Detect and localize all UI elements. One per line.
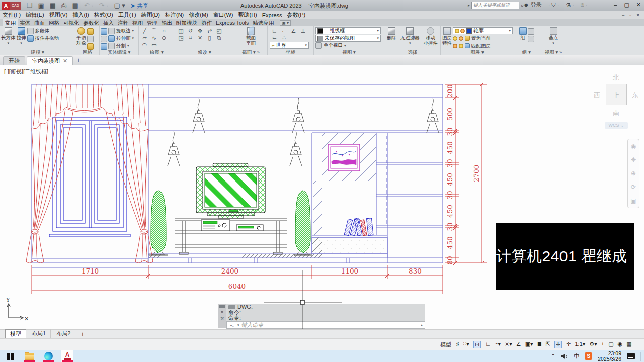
- tab-close-icon[interactable]: ✕: [63, 57, 67, 65]
- zoom-icon[interactable]: ⊕: [631, 170, 636, 177]
- ucs-tool-icon[interactable]: ∴: [279, 34, 289, 41]
- new-drawing-icon[interactable]: ▢ ▾: [114, 2, 125, 10]
- status-toggle-icon[interactable]: ⚙▾: [589, 341, 597, 348]
- search-arrow-icon[interactable]: ▸: [468, 3, 470, 8]
- close-button[interactable]: ✕: [636, 2, 641, 8]
- modify-tool-icon[interactable]: ◰: [214, 27, 224, 34]
- layout-tab[interactable]: 模型: [5, 329, 26, 339]
- modify-tool-icon[interactable]: ▯: [205, 34, 214, 41]
- autocad-logo-icon[interactable]: A CAD: [2, 2, 21, 10]
- left-speaker[interactable]: [150, 191, 167, 256]
- group-edit-icon[interactable]: [528, 36, 534, 42]
- split-button[interactable]: 分割▾: [108, 42, 134, 49]
- ungroup-icon[interactable]: [528, 28, 534, 35]
- menu-item[interactable]: 插入(I): [70, 11, 91, 19]
- status-toggle-icon[interactable]: ∠: [516, 341, 521, 348]
- autocad-taskbar-icon[interactable]: A: [61, 350, 73, 362]
- ribbon-tab[interactable]: 常用: [3, 19, 18, 26]
- new-tab-button[interactable]: +: [74, 57, 83, 65]
- menu-item[interactable]: 标注(N): [163, 11, 186, 19]
- command-window[interactable]: ✕ ⚒ DWG. 命令: 命令: ▸_ ▾ 键入命令 ▴: [218, 304, 425, 328]
- status-toggle-icon[interactable]: ▦: [626, 341, 631, 348]
- status-toggle-icon[interactable]: ◔▾: [495, 341, 501, 348]
- viewcube-top-face[interactable]: 上: [606, 84, 627, 105]
- subtract-icon[interactable]: [101, 36, 107, 42]
- status-toggle-icon[interactable]: ≣: [537, 341, 542, 348]
- extrude-button[interactable]: 拉伸▾: [17, 27, 26, 46]
- mesh-refine-icon[interactable]: [87, 36, 94, 42]
- layout-tab[interactable]: 布局2: [52, 329, 75, 339]
- layer-properties-button[interactable]: 图层特性: [442, 27, 452, 46]
- section-plane-button[interactable]: 截面平面: [246, 27, 256, 46]
- status-toggle-icon[interactable]: ◉: [618, 341, 623, 348]
- visual-style-dropdown[interactable]: 二维线框▾: [315, 27, 381, 34]
- save-icon[interactable]: ▣: [38, 2, 44, 10]
- saveas-icon[interactable]: ▦: [50, 2, 56, 10]
- viewport-label[interactable]: [-][俯视][二维线框]: [4, 68, 48, 75]
- menu-item[interactable]: 绘图(D): [139, 11, 163, 19]
- ribbon-tab[interactable]: Express Tools: [214, 19, 251, 26]
- fullnav-wheel-icon[interactable]: ◉: [631, 143, 636, 150]
- share-button[interactable]: ➤共享: [131, 2, 148, 10]
- window[interactable]: [49, 117, 130, 237]
- group-button[interactable]: 组: [519, 27, 527, 40]
- modify-tool-icon[interactable]: ↺: [186, 27, 195, 34]
- search-input[interactable]: 键入关键字或短语: [471, 2, 519, 9]
- ribbon-tab[interactable]: 曲面: [32, 19, 47, 26]
- status-toggle-icon[interactable]: ∟: [485, 341, 491, 348]
- autodesk-app-icon[interactable]: ⚗ ·: [566, 2, 574, 8]
- pan-icon[interactable]: ✥: [631, 156, 636, 163]
- menu-item[interactable]: 视图(V): [47, 11, 70, 19]
- help-icon[interactable]: ⍰ ·: [581, 2, 587, 8]
- sogou-icon[interactable]: S: [585, 352, 592, 360]
- ucs-tool-icon[interactable]: ∟: [270, 27, 279, 34]
- menu-item[interactable]: 窗口(W): [211, 11, 236, 19]
- edge-icon[interactable]: [42, 350, 54, 362]
- extract-edges-button[interactable]: 提取边▾: [108, 27, 134, 34]
- modify-tool-icon[interactable]: ⇄: [205, 27, 214, 34]
- viewport-config-button[interactable]: 单个视口▾: [315, 42, 346, 49]
- draw-tool-icon[interactable]: ▱: [140, 34, 149, 41]
- file-tab-drawing[interactable]: 室内装潢图✕: [27, 56, 73, 65]
- status-toggle-icon[interactable]: ⇱: [546, 341, 550, 348]
- draw-tool-icon[interactable]: ◠: [140, 41, 149, 48]
- menu-item[interactable]: 工具(T): [116, 11, 139, 19]
- volume-icon[interactable]: [561, 353, 568, 359]
- wcs-menu[interactable]: WCS ⌄: [605, 122, 628, 129]
- extrude-face-button[interactable]: 拉伸面▾: [108, 35, 134, 42]
- file-explorer-icon[interactable]: [23, 350, 35, 362]
- layout-tab[interactable]: 布局1: [27, 329, 51, 339]
- ribbon-tab[interactable]: 可视化: [61, 19, 82, 26]
- draw-tool-icon[interactable]: ╱: [140, 27, 149, 34]
- union-icon[interactable]: [101, 28, 107, 35]
- gizmo-button[interactable]: 移动小控件: [424, 27, 438, 46]
- menu-item[interactable]: 文件(F): [0, 11, 23, 19]
- ucs-tool-icon[interactable]: ⌐: [279, 27, 289, 34]
- ribbon-tab[interactable]: 视图: [130, 19, 145, 26]
- status-toggle-icon[interactable]: 1:1▾: [575, 341, 586, 348]
- base-point-button[interactable]: 基点▾: [549, 27, 558, 46]
- draw-tool-icon[interactable]: ∿: [149, 34, 159, 41]
- viewcube[interactable]: 北 西 东 南 上 WCS ⌄: [594, 70, 639, 136]
- status-toggle-icon[interactable]: ✛: [554, 341, 562, 348]
- view-dropdown[interactable]: 未保存的视图▾: [315, 35, 381, 42]
- command-input[interactable]: ▸_ ▾ 键入命令 ▴: [226, 321, 425, 329]
- menu-item[interactable]: Express: [260, 12, 285, 18]
- modify-tool-icon[interactable]: ✕: [195, 34, 205, 41]
- ribbon-tab[interactable]: 输出: [159, 19, 174, 26]
- open-icon[interactable]: ❒: [27, 2, 33, 10]
- draw-tool-icon[interactable]: ○: [159, 27, 169, 34]
- navigation-bar[interactable]: ◉ ✥ ⊕ ⟳ ▣: [627, 139, 639, 208]
- modify-tool-icon[interactable]: ⧉: [214, 34, 224, 41]
- erase-button[interactable]: 删除: [387, 27, 396, 40]
- ribbon-tab[interactable]: 精选应用: [251, 19, 276, 26]
- ribbon-tab[interactable]: 网格: [47, 19, 61, 26]
- file-tab-start[interactable]: 开始: [3, 56, 25, 65]
- match-layer-button[interactable]: 匹配图层: [471, 43, 491, 49]
- minimize-button[interactable]: –: [614, 2, 617, 8]
- ribbon-tab[interactable]: 注释: [116, 19, 130, 26]
- polysolid-button[interactable]: 多段体: [27, 27, 59, 34]
- new-layout-button[interactable]: +: [76, 331, 88, 338]
- start-button[interactable]: [4, 350, 16, 362]
- ucs-dropdown[interactable]: ⌐世界▾: [270, 42, 309, 49]
